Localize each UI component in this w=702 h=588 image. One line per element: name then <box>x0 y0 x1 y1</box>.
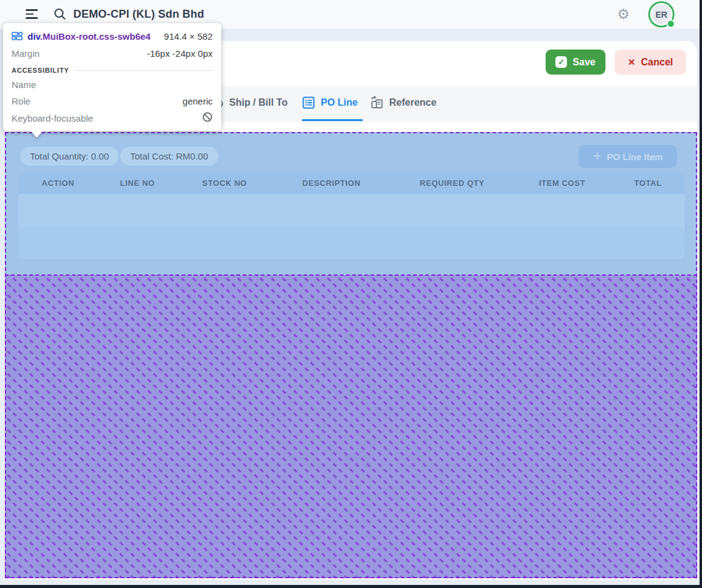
empty-table-body-row <box>18 227 685 259</box>
element-dimensions: 914.4 × 582 <box>164 31 213 42</box>
tab-reference-label: Reference <box>389 97 436 108</box>
accessibility-section-title: ACCESSIBILITY <box>12 67 69 74</box>
selector-tag: div <box>27 31 40 42</box>
margin-value: -16px -24px 0px <box>147 48 213 59</box>
search-icon[interactable] <box>53 7 67 21</box>
cancel-button[interactable]: ✕ Cancel <box>615 50 686 75</box>
online-status-dot <box>667 20 675 28</box>
active-tab-underline <box>302 119 363 121</box>
check-icon: ✓ <box>555 56 567 68</box>
col-stock-no: STOCK NO <box>177 172 272 194</box>
col-description: DESCRIPTION <box>272 172 391 194</box>
save-button[interactable]: ✓ Save <box>546 50 605 75</box>
add-po-line-item-label: PO Line Item <box>607 152 663 162</box>
save-button-label: Save <box>572 57 595 68</box>
a11y-role-label: Role <box>12 96 31 106</box>
tooltip-pointer <box>30 130 43 138</box>
total-cost-chip: Total Cost: RM0.00 <box>120 147 218 166</box>
tab-ship-bill-to[interactable]: Ship / Bill To <box>210 96 288 109</box>
tab-po-line[interactable]: PO Line <box>302 96 357 109</box>
close-icon: ✕ <box>627 57 635 68</box>
empty-table-body-row <box>18 194 685 227</box>
cancel-button-label: Cancel <box>641 57 673 68</box>
section-divider <box>75 70 213 71</box>
po-line-table-header: ACTION LINE NO STOCK NO DESCRIPTION REQU… <box>18 172 685 194</box>
scroll-hatch-pattern <box>5 275 697 578</box>
total-quantity-chip: Total Quantity: 0.00 <box>20 147 119 166</box>
tab-ship-label: Ship / Bill To <box>229 97 288 108</box>
plus-icon: + <box>593 149 601 163</box>
devtools-hatched-overlay <box>5 275 697 578</box>
col-line-no: LINE NO <box>98 172 177 194</box>
reference-docs-icon <box>370 96 384 109</box>
a11y-role-value: generic <box>183 96 213 106</box>
app-screen: DEMO-CPI (KL) Sdn Bhd ⚙ ER ✓ Save ✕ Canc… <box>0 0 702 588</box>
selector-classes: .MuiBox-root.css-swb6e4 <box>40 31 151 42</box>
devtools-inspect-tooltip: div.MuiBox-root.css-swb6e4 914.4 × 582 M… <box>3 23 221 131</box>
col-total: TOTAL <box>611 172 685 194</box>
menu-icon[interactable] <box>26 9 38 20</box>
tab-po-line-label: PO Line <box>321 97 357 108</box>
not-focusable-icon <box>202 112 213 124</box>
col-item-cost: ITEM COST <box>513 172 611 194</box>
devtools-dock-edge <box>700 0 702 588</box>
window-bottom-edge <box>0 585 702 588</box>
col-required-qty: REQUIRED QTY <box>391 172 513 194</box>
list-icon <box>302 96 315 109</box>
po-line-panel-highlighted: Total Quantity: 0.00 Total Cost: RM0.00 … <box>5 132 697 275</box>
add-po-line-item-button[interactable]: + PO Line Item <box>579 145 677 168</box>
tab-reference[interactable]: Reference <box>370 96 436 109</box>
inspected-selector: div.MuiBox-root.css-swb6e4 <box>27 31 150 42</box>
po-line-table: ACTION LINE NO STOCK NO DESCRIPTION REQU… <box>18 172 685 259</box>
col-action: ACTION <box>18 172 98 194</box>
margin-label: Margin <box>12 48 40 59</box>
avatar[interactable]: ER <box>648 1 675 28</box>
a11y-name-label: Name <box>12 79 36 90</box>
gear-icon[interactable]: ⚙ <box>617 0 630 29</box>
a11y-keyboard-label: Keyboard-focusable <box>12 113 93 123</box>
layout-badge-icon <box>12 31 23 42</box>
